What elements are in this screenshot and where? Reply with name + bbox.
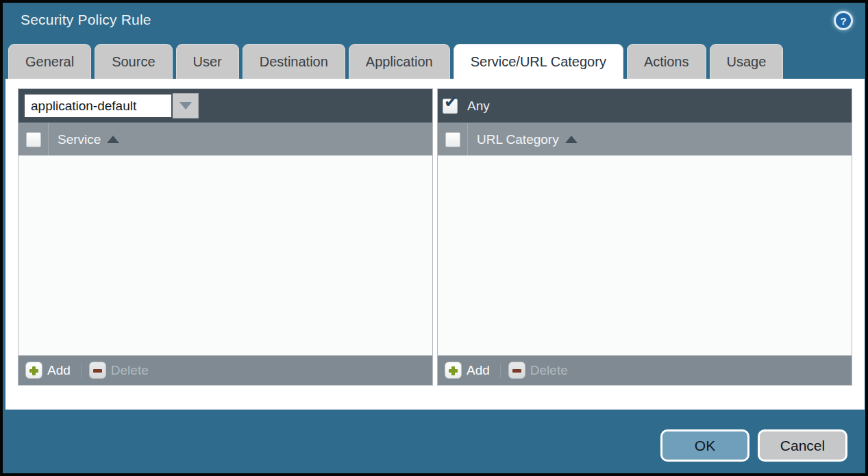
url-category-add-button[interactable]: Add — [445, 362, 490, 379]
service-delete-button[interactable]: Delete — [89, 362, 149, 379]
service-add-label: Add — [47, 363, 71, 378]
footer-divider — [81, 363, 82, 378]
service-list-body[interactable] — [18, 155, 432, 355]
service-panel-header: application-default — [18, 89, 432, 123]
security-policy-rule-dialog: Security Policy Rule ? General Source Us… — [0, 0, 868, 476]
any-checkbox[interactable]: ✔ — [443, 99, 458, 114]
url-category-column-header[interactable]: URL Category — [468, 132, 578, 147]
checkmark-icon: ✔ — [444, 94, 458, 110]
url-category-add-label: Add — [467, 363, 490, 378]
url-category-panel: ✔ Any URL Category Add — [437, 88, 852, 386]
tab-content-area: application-default Service — [5, 79, 865, 410]
url-category-panel-header: ✔ Any — [438, 89, 852, 123]
service-type-dropdown-button[interactable] — [173, 93, 199, 118]
plus-icon — [25, 362, 42, 379]
tab-actions[interactable]: Actions — [627, 44, 706, 79]
sort-ascending-icon — [107, 136, 119, 143]
url-category-panel-footer: Add Delete — [438, 355, 852, 385]
service-add-button[interactable]: Add — [25, 362, 71, 379]
tab-destination[interactable]: Destination — [243, 44, 345, 79]
question-mark-glyph: ? — [840, 15, 846, 27]
plus-icon — [445, 362, 462, 379]
service-column-header[interactable]: Service — [49, 132, 119, 147]
tab-user[interactable]: User — [176, 44, 239, 79]
url-category-column-header-row: URL Category — [438, 123, 852, 155]
cancel-button[interactable]: Cancel — [758, 429, 847, 462]
service-column-label: Service — [58, 132, 101, 147]
minus-icon — [508, 362, 525, 379]
tab-service-url-category[interactable]: Service/URL Category — [454, 44, 623, 79]
service-select-all-cell — [18, 123, 49, 155]
minus-icon — [89, 362, 106, 379]
service-column-header-row: Service — [18, 123, 432, 155]
service-delete-label: Delete — [111, 363, 149, 378]
dialog-title: Security Policy Rule — [21, 12, 151, 28]
url-category-list-body[interactable] — [438, 155, 852, 355]
ok-button[interactable]: OK — [660, 429, 749, 462]
url-category-select-all-checkbox[interactable] — [445, 132, 460, 147]
sort-ascending-icon — [565, 136, 578, 143]
any-label: Any — [467, 99, 490, 114]
url-category-select-all-cell — [438, 123, 468, 155]
tab-usage[interactable]: Usage — [710, 44, 784, 79]
tab-application[interactable]: Application — [349, 44, 450, 79]
help-icon[interactable]: ? — [834, 11, 853, 30]
service-type-dropdown-value[interactable]: application-default — [23, 93, 173, 118]
service-panel-footer: Add Delete — [18, 355, 432, 385]
tab-source[interactable]: Source — [95, 44, 172, 79]
service-select-all-checkbox[interactable] — [26, 132, 41, 147]
url-category-delete-label: Delete — [530, 363, 568, 378]
chevron-down-icon — [179, 102, 192, 110]
url-category-column-label: URL Category — [477, 132, 559, 147]
service-type-dropdown[interactable]: application-default — [23, 93, 199, 118]
url-category-delete-button[interactable]: Delete — [508, 362, 568, 379]
tab-general[interactable]: General — [8, 44, 91, 79]
tab-bar: General Source User Destination Applicat… — [5, 44, 863, 79]
footer-divider — [500, 363, 501, 378]
service-panel: application-default Service — [18, 88, 433, 386]
